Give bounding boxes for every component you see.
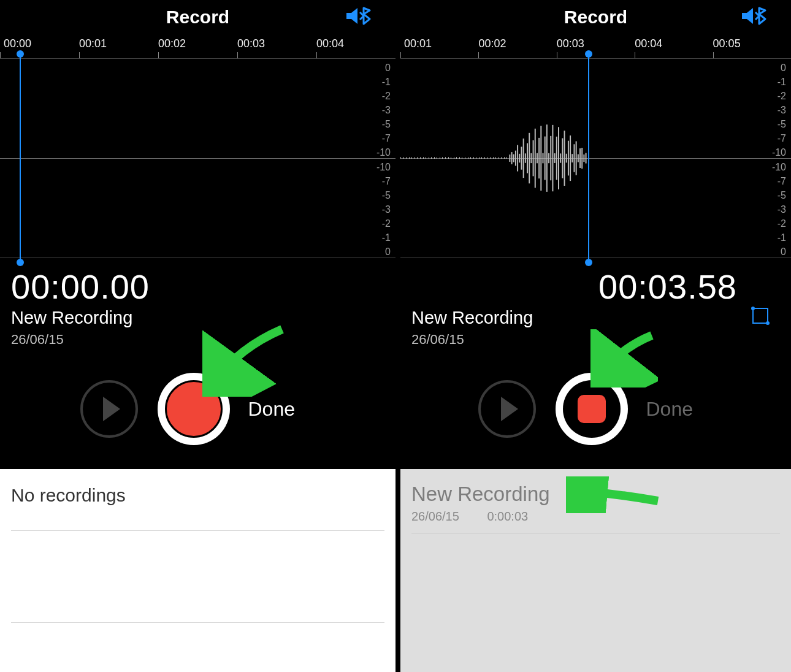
db-label: -10 <box>376 162 391 173</box>
recordings-list[interactable]: No recordings <box>0 469 396 672</box>
controls-row: Done <box>400 366 791 452</box>
bluetooth-audio-icon[interactable] <box>741 6 768 29</box>
db-label: -3 <box>778 105 786 116</box>
list-item[interactable]: New Recording 26/06/15 0:00:03 <box>411 483 780 534</box>
db-label: -10 <box>772 147 786 158</box>
recording-meta: 00:03.58 New Recording 26/06/15 <box>400 258 791 348</box>
ruler-tick-label: 00:02 <box>478 37 506 50</box>
ruler-tick-label: 00:01 <box>404 37 432 50</box>
done-button: Done <box>646 398 714 421</box>
ruler-tick-label: 00:04 <box>635 37 662 50</box>
recording-date: 26/06/15 <box>411 332 780 348</box>
time-readout: 00:03.58 <box>411 267 780 307</box>
ruler-tick-label: 00:03 <box>237 37 265 50</box>
play-icon <box>501 397 518 421</box>
db-label: -3 <box>382 105 391 116</box>
db-label: -1 <box>778 77 786 88</box>
controls-row: Done <box>0 366 396 452</box>
recordings-list[interactable]: New Recording 26/06/15 0:00:03 <box>400 469 791 672</box>
ruler-tick-label: 00:04 <box>316 37 344 50</box>
db-label: -2 <box>382 218 391 229</box>
waveform-area[interactable]: 0-1-2-3-5-7-10-10-7-5-3-2-10 <box>400 59 791 258</box>
recording-name: New Recording <box>411 308 780 328</box>
db-label: -1 <box>382 77 391 88</box>
recording-name: New Recording <box>11 308 384 328</box>
play-icon <box>103 397 120 421</box>
db-label: -1 <box>382 232 391 243</box>
db-label: -7 <box>382 133 391 144</box>
ruler-tick-label: 00:03 <box>557 37 584 50</box>
db-label: -2 <box>778 91 786 102</box>
waveform-silence <box>400 157 510 159</box>
db-label: -10 <box>376 147 391 158</box>
play-button[interactable] <box>478 380 536 438</box>
db-label: -2 <box>382 91 391 102</box>
db-label: -2 <box>778 218 786 229</box>
db-label: -10 <box>772 162 786 173</box>
list-item-duration: 0:00:03 <box>487 510 528 523</box>
page-title: Record <box>166 7 229 28</box>
stop-icon <box>578 395 606 423</box>
playhead[interactable] <box>588 54 589 262</box>
list-item-meta: 26/06/15 0:00:03 <box>411 510 780 524</box>
page-title: Record <box>564 7 627 28</box>
bluetooth-audio-icon[interactable] <box>345 6 372 29</box>
timeline-ruler[interactable]: 00:0100:0200:0300:0400:0500:06 <box>400 34 791 59</box>
list-item-title: New Recording <box>411 483 780 506</box>
done-button[interactable]: Done <box>248 398 316 421</box>
panel-during-recording: Record 00:0100:0200:0300:0400:0500:06 0-… <box>396 0 791 672</box>
record-icon <box>165 380 223 438</box>
play-button[interactable] <box>80 380 138 438</box>
db-label: -7 <box>778 176 786 187</box>
list-divider <box>11 592 384 623</box>
db-label: 0 <box>781 63 786 74</box>
ruler-tick-label: 00:01 <box>79 37 107 50</box>
svg-point-42 <box>766 321 770 325</box>
ruler-tick-label: 00:00 <box>4 37 31 50</box>
db-label: -3 <box>778 204 786 215</box>
list-item-date: 26/06/15 <box>411 510 459 523</box>
stop-button[interactable] <box>556 373 628 445</box>
db-label: -7 <box>778 133 786 144</box>
svg-rect-40 <box>753 308 768 323</box>
panel-before-recording: Record 00:0000:0100:0200:0300:0400:05 0-… <box>0 0 396 672</box>
waveform-area[interactable]: 0-1-2-3-5-7-10-10-7-5-3-2-10 <box>0 59 396 258</box>
timeline-ruler[interactable]: 00:0000:0100:0200:0300:0400:05 <box>0 34 396 59</box>
waveform-midline <box>0 158 396 159</box>
db-label: -1 <box>778 232 786 243</box>
db-label: -5 <box>778 119 786 130</box>
header: Record <box>0 0 396 34</box>
empty-list-label: No recordings <box>11 483 384 531</box>
db-label: 0 <box>385 63 391 74</box>
db-label: -5 <box>382 190 391 201</box>
db-label: -5 <box>382 119 391 130</box>
ruler-tick-label: 00:02 <box>158 37 186 50</box>
recording-date: 26/06/15 <box>11 332 384 348</box>
db-label: 0 <box>781 246 786 258</box>
db-label: -5 <box>778 190 786 201</box>
time-readout: 00:00.00 <box>11 267 384 307</box>
playhead[interactable] <box>20 54 21 262</box>
header: Record <box>400 0 791 34</box>
db-label: 0 <box>385 246 391 258</box>
record-button[interactable] <box>158 373 230 445</box>
db-label: -3 <box>382 204 391 215</box>
recording-meta: 00:00.00 New Recording 26/06/15 <box>0 258 396 348</box>
svg-point-41 <box>751 307 755 310</box>
db-label: -7 <box>382 176 391 187</box>
crop-icon[interactable] <box>746 301 774 332</box>
ruler-tick-label: 00:05 <box>713 37 741 50</box>
